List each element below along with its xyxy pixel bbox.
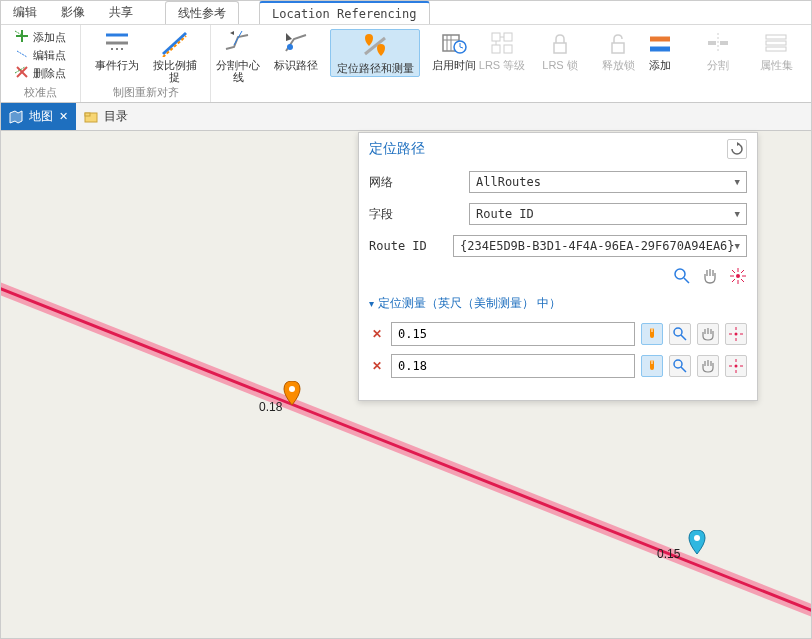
lrs-lock-label: LRS 锁 [542, 59, 577, 71]
catalog-icon [84, 110, 98, 124]
measure-input-1[interactable] [391, 322, 635, 346]
map-icon [9, 110, 23, 124]
remove-point-label: 删除点 [33, 66, 66, 81]
calibration-buttons: 添加点 编辑点 删除点 [15, 29, 66, 81]
add-point-label: 添加点 [33, 30, 66, 45]
scale-capture-label: 按比例捕捉 [151, 59, 199, 83]
add-label: 添加 [649, 59, 671, 71]
attributes-icon [762, 29, 790, 57]
chevron-down-icon: ▼ [735, 241, 740, 251]
split-icon [704, 29, 732, 57]
svg-point-9 [111, 48, 113, 50]
network-dropdown[interactable]: AllRoutes ▼ [469, 171, 747, 193]
field-dropdown[interactable]: Route ID ▼ [469, 203, 747, 225]
svg-rect-36 [766, 35, 786, 39]
pan-measure-2[interactable] [697, 355, 719, 377]
ribbon: 添加点 编辑点 删除点 校准点 事件行为 [1, 25, 811, 103]
routeid-dropdown[interactable]: {234E5D9B-B3D1-4F4A-96EA-29F670A94EA6} ▼ [453, 235, 747, 257]
network-value: AllRoutes [476, 175, 541, 189]
lrs-level-button[interactable]: LRS 等级 [478, 29, 526, 71]
svg-point-15 [287, 44, 293, 50]
identify-route-button[interactable]: 标识路径 [272, 29, 320, 71]
svg-line-3 [17, 51, 27, 57]
edit-point-icon [15, 47, 29, 63]
field-value: Route ID [476, 207, 534, 221]
menu-location-ref[interactable]: Location Referencing [259, 1, 430, 24]
svg-point-11 [121, 48, 123, 50]
menu-edit[interactable]: 编辑 [1, 1, 49, 24]
lrs-level-label: LRS 等级 [479, 59, 525, 71]
tab-catalog[interactable]: 目录 [76, 103, 136, 130]
svg-line-55 [741, 270, 744, 273]
locate-route-measure-button[interactable]: 定位路径和测量 [330, 29, 420, 77]
flash-measure-1[interactable] [725, 323, 747, 345]
measure-input-2[interactable] [391, 354, 635, 378]
svg-line-56 [732, 279, 735, 282]
locate-route-measure-label: 定位路径和测量 [337, 62, 414, 74]
ribbon-group-tools: 分割中心线 标识路径 定位路径和测量 启用时间 [211, 25, 481, 102]
panel-route-actions [369, 267, 747, 285]
pan-icon[interactable] [701, 267, 719, 285]
split-centerline-button[interactable]: 分割中心线 [214, 29, 262, 83]
remove-point-icon [15, 65, 29, 81]
svg-line-53 [732, 270, 735, 273]
svg-point-61 [735, 333, 738, 336]
remove-point-button[interactable]: 删除点 [15, 65, 66, 81]
ribbon-group-event: 事件行为 按比例捕捉 制图重新对齐 [81, 25, 211, 102]
flash-icon[interactable] [729, 267, 747, 285]
tab-map-label: 地图 [29, 108, 53, 125]
refresh-icon[interactable] [727, 139, 747, 159]
marker-blue[interactable] [687, 530, 707, 559]
split-button[interactable]: 分割 [694, 29, 742, 71]
release-lock-button[interactable]: 释放锁 [594, 29, 642, 71]
zoom-icon[interactable] [673, 267, 691, 285]
attributes-label: 属性集 [760, 59, 793, 71]
zoom-measure-1[interactable] [669, 323, 691, 345]
add-icon [646, 29, 674, 57]
event-behavior-button[interactable]: 事件行为 [93, 29, 141, 71]
split-centerline-icon [224, 29, 252, 57]
view-tabs: 地图 ✕ 目录 [1, 103, 811, 131]
edit-point-label: 编辑点 [33, 48, 66, 63]
menu-share[interactable]: 共享 [97, 1, 145, 24]
select-on-map-2[interactable] [641, 355, 663, 377]
lrs-level-icon [488, 29, 516, 57]
calibration-caption: 校准点 [24, 85, 57, 100]
pan-measure-1[interactable] [697, 323, 719, 345]
zoom-measure-2[interactable] [669, 355, 691, 377]
svg-point-10 [116, 48, 118, 50]
menu-image[interactable]: 影像 [49, 1, 97, 24]
lock-icon [546, 29, 574, 57]
svg-rect-38 [766, 47, 786, 51]
split-label: 分割 [707, 59, 729, 71]
svg-rect-37 [766, 41, 786, 45]
svg-point-70 [735, 365, 738, 368]
measure-section-title[interactable]: ▾ 定位测量（英尺（美制测量） 中） [369, 295, 747, 312]
remove-measure-2[interactable]: ✕ [369, 358, 385, 374]
close-icon[interactable]: ✕ [59, 110, 68, 123]
tab-map[interactable]: 地图 ✕ [1, 103, 76, 130]
locate-route-panel: 定位路径 网络 AllRoutes ▼ 字段 Route ID ▼ Route … [358, 132, 758, 401]
svg-point-68 [674, 360, 682, 368]
select-on-map-1[interactable] [641, 323, 663, 345]
svg-marker-39 [10, 111, 22, 123]
remove-measure-1[interactable]: ✕ [369, 326, 385, 342]
enable-time-button[interactable]: 启用时间 [430, 29, 478, 71]
flash-measure-2[interactable] [725, 355, 747, 377]
scale-capture-icon [161, 29, 189, 57]
measure-section-label: 定位测量（英尺（美制测量） 中） [378, 295, 561, 312]
svg-point-45 [694, 535, 700, 541]
locate-route-measure-icon [361, 32, 389, 60]
add-button[interactable]: 添加 [636, 29, 684, 71]
edit-point-button[interactable]: 编辑点 [15, 47, 66, 63]
svg-rect-25 [492, 45, 500, 53]
add-point-icon [15, 29, 29, 45]
add-point-button[interactable]: 添加点 [15, 29, 66, 45]
enable-time-icon [440, 29, 468, 57]
menu-linear-ref[interactable]: 线性参考 [165, 1, 239, 24]
scale-capture-button[interactable]: 按比例捕捉 [151, 29, 199, 83]
event-behavior-label: 事件行为 [95, 59, 139, 71]
lrs-lock-button[interactable]: LRS 锁 [536, 29, 584, 71]
marker-orange[interactable] [282, 381, 302, 410]
attributes-button[interactable]: 属性集 [752, 29, 800, 71]
